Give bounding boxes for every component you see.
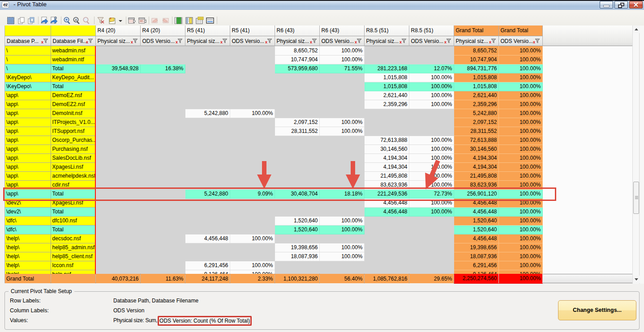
- svg-text:x: x: [176, 40, 178, 44]
- svg-text:x: x: [355, 40, 357, 44]
- svg-text:x: x: [86, 40, 88, 44]
- svg-text:x: x: [399, 40, 402, 44]
- svg-text:x: x: [489, 40, 491, 44]
- svg-text:x: x: [220, 40, 223, 44]
- svg-text:x: x: [533, 40, 535, 44]
- svg-text:x: x: [265, 40, 267, 44]
- svg-text:x: x: [131, 40, 133, 44]
- svg-text:x: x: [41, 40, 43, 44]
- svg-text:x: x: [444, 40, 447, 44]
- svg-text:x: x: [310, 40, 312, 44]
- svg-text:A: A: [75, 18, 77, 22]
